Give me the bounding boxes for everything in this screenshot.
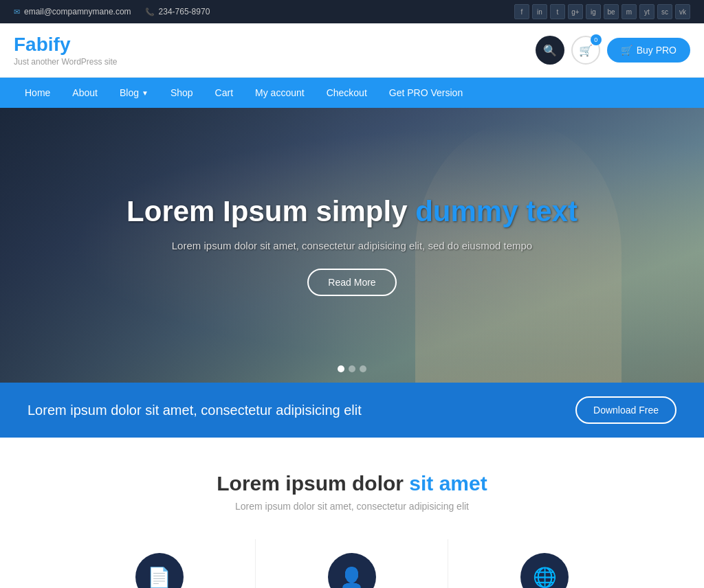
nav-list: Home About Blog ▼ Shop Cart My a	[14, 78, 690, 108]
logo[interactable]: Fabify Just another WordPress site	[14, 34, 118, 67]
cart-icon: 🛒	[579, 44, 593, 57]
social-messenger[interactable]: m	[622, 4, 637, 19]
feature-item-3: 🌐	[448, 539, 641, 588]
nav-link-getpro[interactable]: Get PRO Version	[378, 78, 474, 108]
site-header: Fabify Just another WordPress site 🔍 🛒 0…	[0, 23, 704, 78]
social-links: f in t g+ ig be m yt sc vk	[514, 4, 690, 19]
social-facebook[interactable]: f	[514, 4, 529, 19]
cart-small-icon: 🛒	[621, 45, 632, 56]
social-soundcloud[interactable]: sc	[657, 4, 672, 19]
social-twitter[interactable]: t	[550, 4, 565, 19]
top-bar: ✉ email@compamnymane.com 📞 234-765-8970 …	[0, 0, 704, 23]
nav-link-cart[interactable]: Cart	[204, 78, 244, 108]
social-vk[interactable]: vk	[675, 4, 690, 19]
logo-tagline: Just another WordPress site	[14, 57, 118, 67]
feature-item-1: 📄	[63, 539, 256, 588]
buy-pro-button[interactable]: 🛒 Buy PRO	[607, 38, 690, 63]
search-icon: 🔍	[543, 44, 557, 57]
email-icon: ✉	[14, 8, 20, 16]
cart-badge: 0	[591, 34, 602, 45]
nav-item-getpro: Get PRO Version	[378, 78, 474, 108]
email-contact: ✉ email@compamnymane.com	[14, 7, 131, 16]
phone-icon: 📞	[145, 8, 155, 16]
search-button[interactable]: 🔍	[536, 36, 564, 65]
nav-link-shop[interactable]: Shop	[160, 78, 204, 108]
cta-bar: Lorem ipsum dolor sit amet, consectetur …	[0, 383, 704, 438]
social-instagram[interactable]: ig	[586, 4, 601, 19]
social-youtube[interactable]: yt	[639, 4, 654, 19]
nav-item-home: Home	[14, 78, 61, 108]
nav-item-checkout: Checkout	[316, 78, 378, 108]
nav-link-about[interactable]: About	[61, 78, 109, 108]
slider-dots	[338, 365, 366, 372]
section-title: Lorem ipsum dolor sit amet	[14, 472, 690, 495]
cart-button[interactable]: 🛒 0	[571, 36, 600, 65]
slider-dot-3[interactable]	[360, 365, 366, 372]
nav-link-home[interactable]: Home	[14, 78, 61, 108]
main-navigation: Home About Blog ▼ Shop Cart My a	[0, 78, 704, 108]
social-googleplus[interactable]: g+	[568, 4, 583, 19]
social-linkedin[interactable]: in	[532, 4, 547, 19]
section-subtitle: Lorem ipsum dolor sit amet, consectetur …	[14, 501, 690, 512]
feature-item-2: 👤	[256, 539, 448, 588]
nav-link-blog[interactable]: Blog ▼	[109, 78, 160, 108]
hero-section: Lorem Ipsum simply dummy text Lorem ipsu…	[0, 108, 704, 383]
hero-subtitle: Lorem ipsum dolor sit amet, consectetur …	[172, 240, 532, 251]
nav-item-cart: Cart	[204, 78, 244, 108]
nav-link-myaccount[interactable]: My account	[244, 78, 316, 108]
hero-cta-button[interactable]: Read More	[307, 269, 396, 296]
nav-item-myaccount: My account	[244, 78, 316, 108]
phone-contact: 📞 234-765-8970	[145, 7, 210, 16]
logo-title: Fabify	[14, 34, 118, 56]
feature-icon-2: 👤	[328, 553, 376, 588]
download-free-button[interactable]: Download Free	[575, 396, 676, 424]
features-grid: 📄 👤 🌐	[14, 539, 690, 588]
nav-item-about: About	[61, 78, 109, 108]
phone-text: 234-765-8970	[159, 7, 210, 16]
cta-text: Lorem ipsum dolor sit amet, consectetur …	[28, 403, 362, 418]
hero-content: Lorem Ipsum simply dummy text Lorem ipsu…	[0, 108, 704, 383]
nav-item-blog: Blog ▼	[109, 78, 160, 108]
nav-item-shop: Shop	[160, 78, 204, 108]
nav-link-checkout[interactable]: Checkout	[316, 78, 378, 108]
slider-dot-1[interactable]	[338, 365, 344, 372]
top-bar-contacts: ✉ email@compamnymane.com 📞 234-765-8970	[14, 7, 210, 16]
social-behance[interactable]: be	[604, 4, 619, 19]
hero-title: Lorem Ipsum simply dummy text	[126, 194, 578, 229]
header-actions: 🔍 🛒 0 🛒 Buy PRO	[536, 36, 690, 65]
features-section: Lorem ipsum dolor sit amet Lorem ipsum d…	[0, 438, 704, 588]
email-text: email@compamnymane.com	[24, 7, 131, 16]
chevron-down-icon: ▼	[142, 89, 148, 97]
feature-icon-1: 📄	[135, 553, 184, 588]
logo-first-letter: F	[14, 34, 25, 55]
slider-dot-2[interactable]	[349, 365, 355, 372]
feature-icon-3: 🌐	[520, 553, 569, 588]
